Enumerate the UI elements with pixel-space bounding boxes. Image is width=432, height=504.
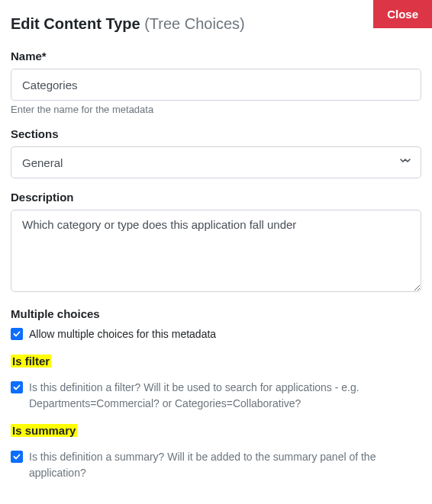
multiple-check-text: Allow multiple choices for this metadata [29, 326, 216, 342]
description-label: Description [11, 191, 421, 204]
is-filter-check-text: Is this definition a filter? Will it be … [29, 380, 421, 412]
is-filter-group: Is filter Is this definition a filter? W… [11, 355, 421, 412]
dialog-header: Edit Content Type (Tree Choices) Close [11, 11, 421, 33]
check-icon [13, 384, 21, 391]
title-subtitle: (Tree Choices) [144, 15, 245, 32]
title-main: Edit Content Type [11, 15, 140, 32]
is-filter-checkbox[interactable] [11, 381, 23, 393]
close-button[interactable]: Close [373, 0, 432, 28]
is-filter-label: Is filter [11, 355, 51, 368]
is-summary-check-text: Is this definition a summary? Will it be… [29, 449, 421, 481]
description-group: Description Which category or type does … [11, 191, 421, 295]
sections-group: Sections General [11, 127, 421, 178]
check-icon [13, 330, 21, 338]
multiple-group: Multiple choices Allow multiple choices … [11, 307, 421, 342]
sections-select[interactable]: General [11, 146, 421, 178]
is-summary-label: Is summary [11, 424, 77, 437]
multiple-label: Multiple choices [11, 307, 421, 320]
sections-label: Sections [11, 127, 421, 140]
multiple-checkbox[interactable] [11, 328, 23, 340]
name-input[interactable] [11, 69, 421, 101]
is-summary-checkbox[interactable] [11, 451, 23, 463]
check-icon [13, 453, 21, 461]
description-textarea[interactable]: Which category or type does this applica… [11, 210, 421, 292]
page-title: Edit Content Type (Tree Choices) [11, 11, 421, 33]
name-label: Name* [11, 50, 421, 63]
name-help: Enter the name for the metadata [11, 104, 421, 115]
name-group: Name* Enter the name for the metadata [11, 50, 421, 115]
is-summary-group: Is summary Is this definition a summary?… [11, 424, 421, 481]
